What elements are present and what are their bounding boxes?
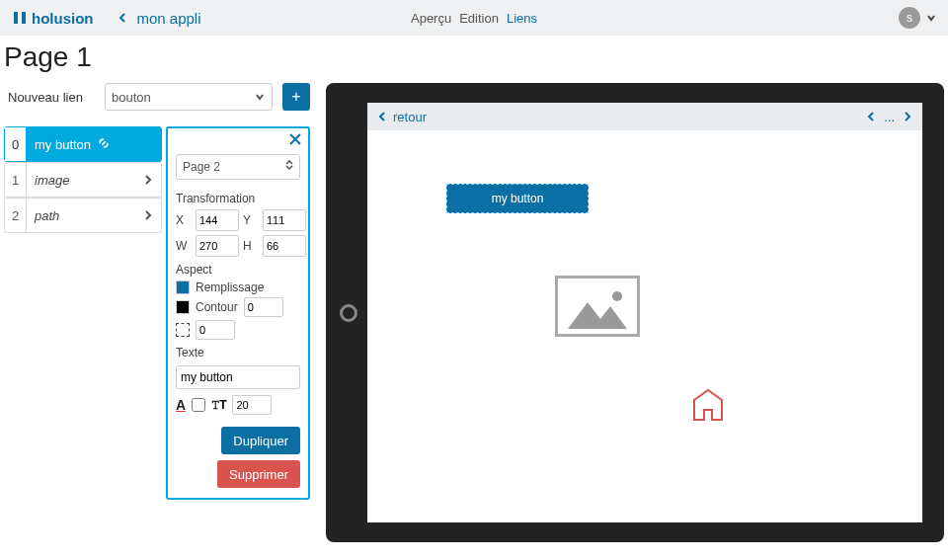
- breadcrumb[interactable]: mon appli: [118, 10, 201, 27]
- brand-icon: [12, 10, 28, 26]
- fill-color-swatch[interactable]: [176, 280, 190, 294]
- new-link-label: Nouveau lien: [4, 90, 95, 105]
- link-detail-panel: Page 2 Transformation X Y W H Aspect: [166, 126, 310, 500]
- tab-links[interactable]: Liens: [507, 11, 537, 26]
- text-toggle[interactable]: [192, 398, 205, 412]
- section-transform: Transformation: [176, 192, 300, 205]
- chevron-right-icon[interactable]: [903, 112, 912, 121]
- fill-label: Remplissage: [196, 280, 264, 294]
- top-tabs: Aperçu Edition Liens: [411, 11, 537, 26]
- device-screen: retour ... my button: [367, 103, 922, 522]
- svg-marker-4: [568, 302, 627, 329]
- tab-edition[interactable]: Edition: [459, 11, 499, 26]
- transform-x[interactable]: [196, 209, 239, 231]
- section-aspect: Aspect: [176, 263, 300, 277]
- svg-point-5: [612, 291, 622, 301]
- svg-rect-1: [22, 12, 26, 24]
- add-link-button[interactable]: +: [282, 83, 310, 111]
- home-icon: [688, 384, 728, 424]
- avatar[interactable]: s: [899, 7, 920, 29]
- chevron-left-icon[interactable]: [866, 112, 876, 121]
- stroke-width[interactable]: [244, 297, 283, 317]
- svg-rect-0: [14, 12, 18, 24]
- device-frame: retour ... my button: [326, 83, 944, 542]
- chevron-left-icon: [377, 112, 387, 121]
- text-value[interactable]: [176, 365, 300, 389]
- link-item-0[interactable]: 0 my button: [4, 126, 162, 162]
- image-placeholder-icon: [563, 284, 632, 334]
- link-icon: [97, 136, 111, 153]
- duplicate-button[interactable]: Dupliquer: [221, 427, 300, 454]
- link-list: 0 my button 1 image 2 path: [4, 126, 162, 500]
- canvas-button[interactable]: my button: [446, 184, 589, 213]
- section-texte: Texte: [176, 346, 300, 360]
- brand-logo[interactable]: holusion: [12, 10, 94, 27]
- canvas-home-shape[interactable]: [688, 384, 728, 428]
- font-size-input[interactable]: [232, 395, 272, 415]
- screen-back-button[interactable]: retour: [377, 110, 427, 124]
- chevron-right-icon: [143, 210, 153, 220]
- radius-input[interactable]: [196, 320, 235, 340]
- page-title: Page 1: [0, 36, 948, 83]
- transform-h[interactable]: [263, 235, 306, 257]
- breadcrumb-label: mon appli: [137, 10, 201, 27]
- screen-ellipsis[interactable]: ...: [884, 110, 895, 124]
- font-color-icon[interactable]: A: [176, 397, 186, 413]
- transform-w[interactable]: [196, 235, 239, 257]
- stroke-color-swatch[interactable]: [176, 300, 190, 314]
- delete-button[interactable]: Supprimer: [217, 460, 300, 488]
- canvas-image[interactable]: [555, 276, 640, 337]
- brand-name: holusion: [32, 10, 94, 27]
- radius-icon: [176, 323, 190, 337]
- caret-down-icon: [926, 13, 936, 23]
- chevron-left-icon: [118, 13, 127, 23]
- font-size-icon: 𝚃T: [211, 398, 226, 412]
- link-item-1[interactable]: 1 image: [4, 162, 162, 198]
- stroke-label: Contour: [196, 300, 238, 314]
- transform-y[interactable]: [263, 209, 306, 231]
- link-target-select[interactable]: Page 2: [176, 154, 300, 180]
- chevron-right-icon: [143, 175, 153, 185]
- tab-preview[interactable]: Aperçu: [411, 11, 451, 26]
- user-menu-caret[interactable]: [926, 9, 936, 27]
- new-link-type-select[interactable]: bouton: [105, 83, 273, 111]
- device-home-button: [340, 304, 357, 322]
- link-item-2[interactable]: 2 path: [4, 198, 162, 233]
